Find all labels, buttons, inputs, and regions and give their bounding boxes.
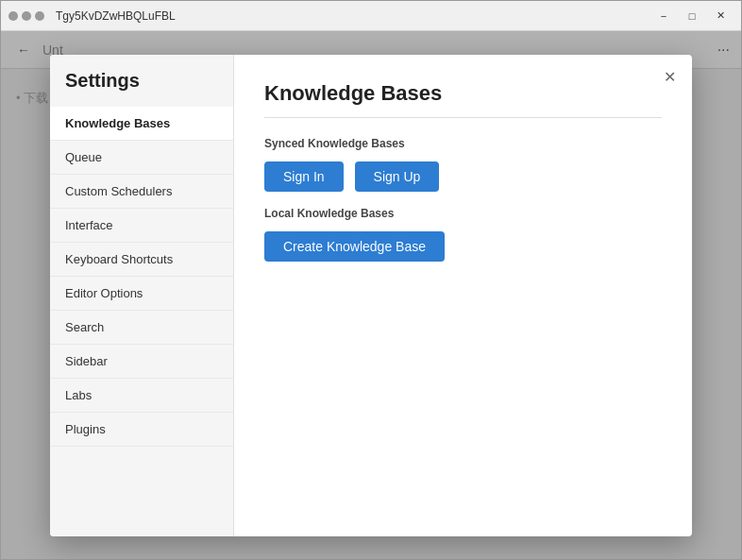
sign-up-button[interactable]: Sign Up [355,161,440,192]
settings-content: Knowledge Bases Synced Knowledge Bases S… [234,55,692,536]
content-title: Knowledge Bases [264,81,662,106]
overlay: ✕ Settings Knowledge Bases Queue Custom … [1,31,741,559]
synced-section-label: Synced Knowledge Bases [264,137,662,150]
content-divider [264,117,662,118]
nav-item-keyboard-shortcuts[interactable]: Keyboard Shortcuts [50,243,233,277]
titlebar: Tgy5KvDZwHBQLuFBL − □ ✕ [1,1,741,31]
app-window: Tgy5KvDZwHBQLuFBL − □ ✕ ← Unt ··· • 下载 [0,0,742,560]
nav-item-editor-options[interactable]: Editor Options [50,277,233,311]
nav-item-plugins[interactable]: Plugins [50,413,233,447]
create-knowledge-base-button[interactable]: Create Knowledge Base [264,231,445,262]
main-content: ← Unt ··· • 下载 ✕ Settings Knowl [1,31,741,559]
settings-title: Settings [50,70,233,107]
dialog-body: Settings Knowledge Bases Queue Custom Sc… [50,55,692,536]
settings-dialog: ✕ Settings Knowledge Bases Queue Custom … [50,55,692,536]
nav-item-queue[interactable]: Queue [50,141,233,175]
local-section-label: Local Knowledge Bases [264,207,662,220]
window-title: Tgy5KvDZwHBQLuFBL [56,9,650,23]
nav-item-labs[interactable]: Labs [50,379,233,413]
titlebar-dot-1 [8,11,18,21]
titlebar-dots [8,11,44,21]
titlebar-dot-3 [35,11,44,21]
window-close-button[interactable]: ✕ [707,7,734,25]
nav-item-search[interactable]: Search [50,311,233,345]
nav-item-sidebar[interactable]: Sidebar [50,345,233,379]
maximize-button[interactable]: □ [679,7,705,25]
sign-in-button[interactable]: Sign In [264,161,344,192]
dialog-close-button[interactable]: ✕ [658,66,681,89]
nav-item-knowledge-bases[interactable]: Knowledge Bases [50,107,233,141]
nav-item-custom-schedulers[interactable]: Custom Schedulers [50,175,233,209]
synced-buttons: Sign In Sign Up [264,161,662,192]
local-buttons: Create Knowledge Base [264,231,662,262]
minimize-button[interactable]: − [650,7,677,25]
titlebar-dot-2 [22,11,31,21]
settings-sidebar: Settings Knowledge Bases Queue Custom Sc… [50,55,234,536]
window-controls: − □ ✕ [650,7,734,25]
nav-item-interface[interactable]: Interface [50,209,233,243]
